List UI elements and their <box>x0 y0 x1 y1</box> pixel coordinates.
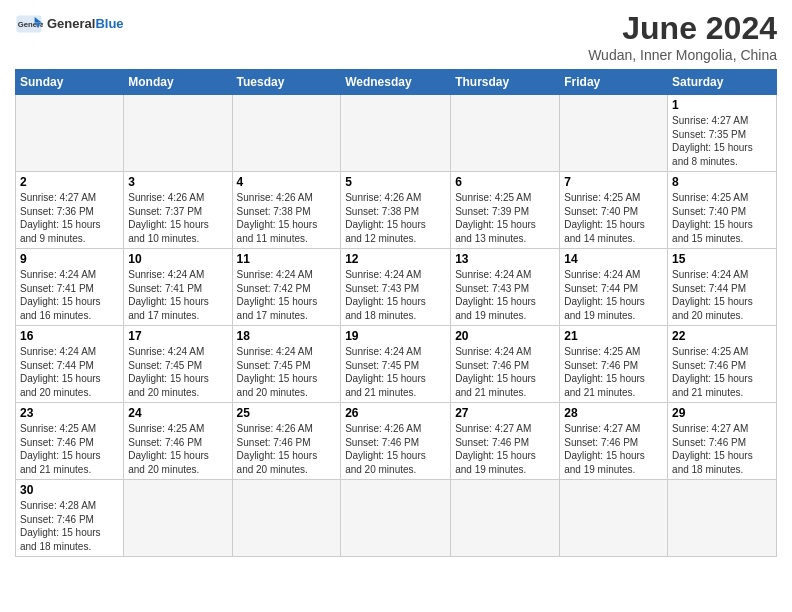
title-area: June 2024 Wudan, Inner Mongolia, China <box>588 10 777 63</box>
day-sun-info: Sunrise: 4:24 AM Sunset: 7:44 PM Dayligh… <box>672 268 772 322</box>
calendar-cell <box>560 95 668 172</box>
day-sun-info: Sunrise: 4:24 AM Sunset: 7:41 PM Dayligh… <box>20 268 119 322</box>
day-sun-info: Sunrise: 4:24 AM Sunset: 7:45 PM Dayligh… <box>128 345 227 399</box>
calendar-cell: 24Sunrise: 4:25 AM Sunset: 7:46 PM Dayli… <box>124 403 232 480</box>
week-row-3: 16Sunrise: 4:24 AM Sunset: 7:44 PM Dayli… <box>16 326 777 403</box>
header-day-wednesday: Wednesday <box>341 70 451 95</box>
calendar-cell: 19Sunrise: 4:24 AM Sunset: 7:45 PM Dayli… <box>341 326 451 403</box>
day-sun-info: Sunrise: 4:26 AM Sunset: 7:38 PM Dayligh… <box>345 191 446 245</box>
day-number: 14 <box>564 252 663 266</box>
day-sun-info: Sunrise: 4:25 AM Sunset: 7:40 PM Dayligh… <box>672 191 772 245</box>
calendar-cell: 23Sunrise: 4:25 AM Sunset: 7:46 PM Dayli… <box>16 403 124 480</box>
day-number: 18 <box>237 329 337 343</box>
calendar-cell: 8Sunrise: 4:25 AM Sunset: 7:40 PM Daylig… <box>668 172 777 249</box>
week-row-5: 30Sunrise: 4:28 AM Sunset: 7:46 PM Dayli… <box>16 480 777 557</box>
header-day-thursday: Thursday <box>451 70 560 95</box>
calendar-cell: 12Sunrise: 4:24 AM Sunset: 7:43 PM Dayli… <box>341 249 451 326</box>
day-sun-info: Sunrise: 4:24 AM Sunset: 7:41 PM Dayligh… <box>128 268 227 322</box>
calendar-header: SundayMondayTuesdayWednesdayThursdayFrid… <box>16 70 777 95</box>
day-sun-info: Sunrise: 4:25 AM Sunset: 7:46 PM Dayligh… <box>20 422 119 476</box>
day-number: 19 <box>345 329 446 343</box>
day-number: 20 <box>455 329 555 343</box>
day-sun-info: Sunrise: 4:24 AM Sunset: 7:42 PM Dayligh… <box>237 268 337 322</box>
calendar-table: SundayMondayTuesdayWednesdayThursdayFrid… <box>15 69 777 557</box>
day-sun-info: Sunrise: 4:25 AM Sunset: 7:40 PM Dayligh… <box>564 191 663 245</box>
calendar-cell <box>560 480 668 557</box>
week-row-1: 2Sunrise: 4:27 AM Sunset: 7:36 PM Daylig… <box>16 172 777 249</box>
day-sun-info: Sunrise: 4:27 AM Sunset: 7:46 PM Dayligh… <box>672 422 772 476</box>
header-day-tuesday: Tuesday <box>232 70 341 95</box>
day-number: 8 <box>672 175 772 189</box>
calendar-cell <box>451 95 560 172</box>
day-number: 27 <box>455 406 555 420</box>
day-sun-info: Sunrise: 4:24 AM Sunset: 7:45 PM Dayligh… <box>345 345 446 399</box>
day-sun-info: Sunrise: 4:24 AM Sunset: 7:44 PM Dayligh… <box>20 345 119 399</box>
day-sun-info: Sunrise: 4:27 AM Sunset: 7:36 PM Dayligh… <box>20 191 119 245</box>
day-number: 28 <box>564 406 663 420</box>
calendar-cell: 14Sunrise: 4:24 AM Sunset: 7:44 PM Dayli… <box>560 249 668 326</box>
day-number: 22 <box>672 329 772 343</box>
day-sun-info: Sunrise: 4:25 AM Sunset: 7:46 PM Dayligh… <box>672 345 772 399</box>
calendar-cell <box>232 95 341 172</box>
day-number: 12 <box>345 252 446 266</box>
day-sun-info: Sunrise: 4:25 AM Sunset: 7:39 PM Dayligh… <box>455 191 555 245</box>
calendar-cell: 18Sunrise: 4:24 AM Sunset: 7:45 PM Dayli… <box>232 326 341 403</box>
calendar-cell <box>341 95 451 172</box>
week-row-0: 1Sunrise: 4:27 AM Sunset: 7:35 PM Daylig… <box>16 95 777 172</box>
day-sun-info: Sunrise: 4:26 AM Sunset: 7:37 PM Dayligh… <box>128 191 227 245</box>
calendar-cell <box>124 95 232 172</box>
calendar-cell <box>232 480 341 557</box>
calendar-cell: 6Sunrise: 4:25 AM Sunset: 7:39 PM Daylig… <box>451 172 560 249</box>
day-sun-info: Sunrise: 4:27 AM Sunset: 7:46 PM Dayligh… <box>455 422 555 476</box>
calendar-cell: 28Sunrise: 4:27 AM Sunset: 7:46 PM Dayli… <box>560 403 668 480</box>
day-number: 15 <box>672 252 772 266</box>
calendar-cell: 29Sunrise: 4:27 AM Sunset: 7:46 PM Dayli… <box>668 403 777 480</box>
calendar-cell: 21Sunrise: 4:25 AM Sunset: 7:46 PM Dayli… <box>560 326 668 403</box>
calendar-cell: 26Sunrise: 4:26 AM Sunset: 7:46 PM Dayli… <box>341 403 451 480</box>
day-sun-info: Sunrise: 4:25 AM Sunset: 7:46 PM Dayligh… <box>128 422 227 476</box>
calendar-cell: 10Sunrise: 4:24 AM Sunset: 7:41 PM Dayli… <box>124 249 232 326</box>
day-number: 30 <box>20 483 119 497</box>
calendar-cell: 16Sunrise: 4:24 AM Sunset: 7:44 PM Dayli… <box>16 326 124 403</box>
day-sun-info: Sunrise: 4:26 AM Sunset: 7:46 PM Dayligh… <box>237 422 337 476</box>
day-number: 7 <box>564 175 663 189</box>
day-number: 6 <box>455 175 555 189</box>
day-number: 4 <box>237 175 337 189</box>
day-number: 16 <box>20 329 119 343</box>
day-number: 9 <box>20 252 119 266</box>
day-number: 25 <box>237 406 337 420</box>
day-sun-info: Sunrise: 4:24 AM Sunset: 7:45 PM Dayligh… <box>237 345 337 399</box>
header-day-friday: Friday <box>560 70 668 95</box>
day-number: 21 <box>564 329 663 343</box>
day-sun-info: Sunrise: 4:24 AM Sunset: 7:44 PM Dayligh… <box>564 268 663 322</box>
day-sun-info: Sunrise: 4:27 AM Sunset: 7:46 PM Dayligh… <box>564 422 663 476</box>
day-number: 1 <box>672 98 772 112</box>
calendar-cell: 4Sunrise: 4:26 AM Sunset: 7:38 PM Daylig… <box>232 172 341 249</box>
day-number: 26 <box>345 406 446 420</box>
logo: General GeneralBlue <box>15 10 124 38</box>
calendar-body: 1Sunrise: 4:27 AM Sunset: 7:35 PM Daylig… <box>16 95 777 557</box>
day-number: 5 <box>345 175 446 189</box>
calendar-cell: 5Sunrise: 4:26 AM Sunset: 7:38 PM Daylig… <box>341 172 451 249</box>
calendar-cell: 20Sunrise: 4:24 AM Sunset: 7:46 PM Dayli… <box>451 326 560 403</box>
calendar-cell <box>341 480 451 557</box>
calendar-cell: 30Sunrise: 4:28 AM Sunset: 7:46 PM Dayli… <box>16 480 124 557</box>
day-number: 11 <box>237 252 337 266</box>
header-day-saturday: Saturday <box>668 70 777 95</box>
day-sun-info: Sunrise: 4:26 AM Sunset: 7:46 PM Dayligh… <box>345 422 446 476</box>
header-day-monday: Monday <box>124 70 232 95</box>
day-number: 29 <box>672 406 772 420</box>
day-number: 2 <box>20 175 119 189</box>
calendar-cell: 3Sunrise: 4:26 AM Sunset: 7:37 PM Daylig… <box>124 172 232 249</box>
day-number: 23 <box>20 406 119 420</box>
calendar-cell: 17Sunrise: 4:24 AM Sunset: 7:45 PM Dayli… <box>124 326 232 403</box>
calendar-cell <box>16 95 124 172</box>
day-sun-info: Sunrise: 4:24 AM Sunset: 7:46 PM Dayligh… <box>455 345 555 399</box>
month-title: June 2024 <box>588 10 777 47</box>
header-row: SundayMondayTuesdayWednesdayThursdayFrid… <box>16 70 777 95</box>
calendar-cell: 22Sunrise: 4:25 AM Sunset: 7:46 PM Dayli… <box>668 326 777 403</box>
week-row-2: 9Sunrise: 4:24 AM Sunset: 7:41 PM Daylig… <box>16 249 777 326</box>
calendar-cell <box>124 480 232 557</box>
week-row-4: 23Sunrise: 4:25 AM Sunset: 7:46 PM Dayli… <box>16 403 777 480</box>
day-number: 24 <box>128 406 227 420</box>
